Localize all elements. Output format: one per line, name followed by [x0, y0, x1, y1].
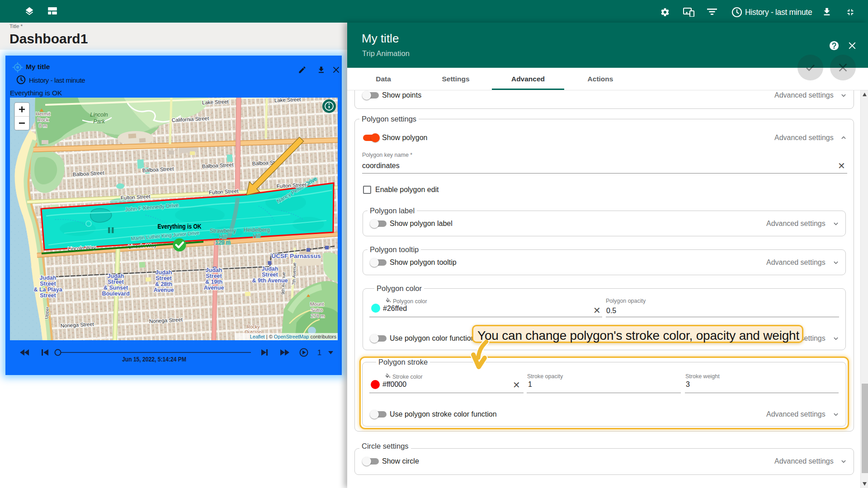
svg-text:Judah: Judah	[40, 275, 57, 281]
svg-text:Lake Street: Lake Street	[202, 99, 229, 105]
svg-text:Heidelberg: Heidelberg	[244, 227, 270, 233]
svg-text:Street: Street	[206, 273, 222, 279]
svg-text:& 28th: & 28th	[155, 281, 172, 287]
svg-text:278 m: 278 m	[311, 313, 325, 319]
svg-text:Hermit: Hermit	[36, 111, 50, 117]
svg-text:Judah: Judah	[206, 267, 222, 273]
svg-text:Strawberry: Strawberry	[210, 228, 236, 234]
svg-text:& Sunset: & Sunset	[104, 285, 128, 291]
svg-text:Hill: Hill	[253, 233, 261, 239]
svg-text:Street: Street	[40, 292, 56, 299]
svg-text:Park: Park	[93, 118, 105, 125]
svg-text:Avenue: Avenue	[154, 287, 174, 293]
svg-text:Judah: Judah	[262, 266, 278, 272]
svg-text:Lincoln: Lincoln	[90, 112, 108, 118]
svg-text:UCSF Parnassus: UCSF Parnassus	[272, 253, 321, 259]
svg-text:Rocky: Rocky	[246, 324, 260, 329]
svg-text:& 9th Avenue: & 9th Avenue	[252, 277, 288, 284]
svg-text:Hill: Hill	[219, 234, 227, 240]
svg-text:Rock: Rock	[37, 117, 49, 122]
svg-text:Jun 15, 2022, 5:14:24 PM: Jun 15, 2022, 5:14:24 PM	[122, 356, 186, 363]
svg-text:7th Avenue: 7th Avenue	[291, 262, 297, 285]
svg-text:Sutro: Sutro	[311, 307, 323, 313]
svg-text:& La Playa: & La Playa	[33, 286, 62, 293]
svg-text:1: 1	[317, 348, 321, 357]
svg-text:129 m: 129 m	[215, 239, 230, 246]
svg-text:Mount: Mount	[310, 301, 324, 307]
svg-text:Judah: Judah	[108, 273, 124, 279]
svg-text:Judah: Judah	[156, 269, 172, 276]
svg-text:& 19th: & 19th	[205, 279, 222, 285]
svg-text:Lake Street: Lake Street	[274, 98, 302, 103]
svg-text:Avenue: Avenue	[204, 285, 224, 291]
svg-text:Leaflet | © OpenStreetMap cont: Leaflet | © OpenStreetMap contributors	[250, 334, 337, 339]
svg-text:Street: Street	[40, 281, 56, 287]
svg-text:Street: Street	[108, 279, 124, 285]
svg-text:Street: Street	[262, 272, 278, 278]
svg-text:Boulevard: Boulevard	[102, 291, 129, 297]
svg-text:8 m: 8 m	[39, 123, 47, 128]
svg-text:Street: Street	[156, 275, 172, 282]
svg-text:Everything is OK: Everything is OK	[158, 222, 202, 230]
